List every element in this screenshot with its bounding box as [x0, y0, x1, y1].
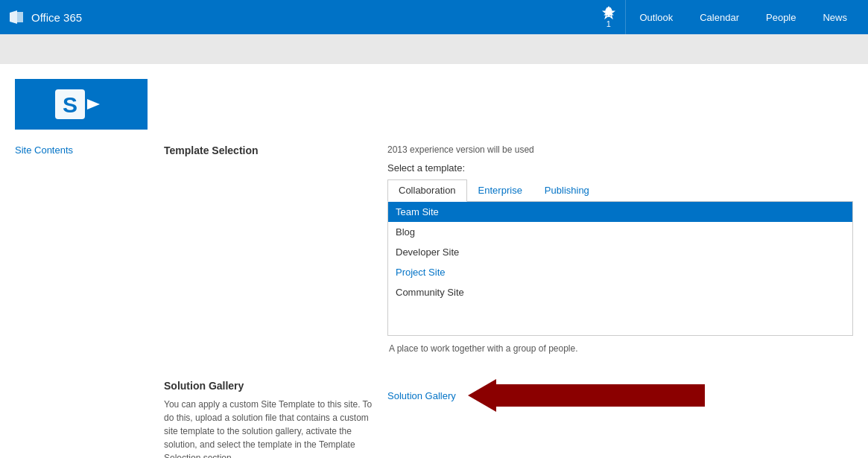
- solution-gallery-section: Solution Gallery You can apply a custom …: [164, 380, 373, 458]
- tab-collaboration[interactable]: Collaboration: [387, 179, 467, 202]
- solution-gallery-link[interactable]: Solution Gallery: [387, 390, 456, 401]
- content-layout: Site Contents Template Selection Solutio…: [0, 144, 868, 458]
- left-sidebar: Site Contents: [15, 144, 149, 458]
- select-template-label: Select a template:: [387, 162, 853, 174]
- top-nav: Outlook Calendar People News: [626, 0, 861, 34]
- template-team-site[interactable]: Team Site: [388, 202, 852, 222]
- alert-icon: [602, 6, 615, 19]
- svg-text:S: S: [63, 92, 77, 117]
- tab-enterprise[interactable]: Enterprise: [467, 179, 533, 201]
- brand-title: Office 365: [31, 11, 82, 24]
- svg-rect-2: [17, 12, 23, 22]
- sp-logo-box: S: [15, 79, 148, 130]
- subbar: [0, 34, 868, 64]
- template-community-site[interactable]: Community Site: [388, 282, 852, 302]
- solution-gallery-link-area: Solution Gallery: [387, 379, 853, 412]
- alert-count: 1: [606, 19, 611, 28]
- tab-publishing[interactable]: Publishing: [533, 179, 601, 201]
- sp-logo-area: S: [0, 79, 868, 144]
- nav-people[interactable]: People: [753, 0, 809, 34]
- template-selection-title: Template Selection: [164, 144, 373, 156]
- nav-news[interactable]: News: [809, 0, 861, 34]
- svg-marker-1: [10, 10, 17, 24]
- brand-logo[interactable]: Office 365: [7, 8, 82, 26]
- version-notice: 2013 experience version will be used: [387, 144, 853, 155]
- nav-calendar[interactable]: Calendar: [686, 0, 753, 34]
- nav-outlook[interactable]: Outlook: [626, 0, 686, 34]
- sharepoint-logo-icon: S: [51, 86, 111, 123]
- template-blog[interactable]: Blog: [388, 222, 852, 242]
- template-developer-site[interactable]: Developer Site: [388, 242, 852, 262]
- svg-marker-5: [87, 99, 100, 109]
- office-logo-icon: [7, 8, 25, 26]
- solution-gallery-title: Solution Gallery: [164, 380, 373, 392]
- alert-button[interactable]: 1: [592, 0, 626, 34]
- main-content: S Site Contents Template Selection Solut…: [0, 64, 868, 458]
- arrow-container: [468, 379, 705, 412]
- topbar: Office 365 1 Outlook Calendar People New…: [0, 0, 868, 34]
- site-contents-link[interactable]: Site Contents: [15, 144, 73, 156]
- arrow-shaft-icon: [496, 384, 705, 407]
- arrow-graphic: [468, 379, 705, 412]
- arrow-head-icon: [468, 379, 496, 412]
- template-list: Team Site Blog Developer Site Project Si…: [387, 202, 853, 336]
- template-description: A place to work together with a group of…: [387, 340, 853, 357]
- tabs-container: Collaboration Enterprise Publishing: [387, 179, 853, 202]
- middle-section: Template Selection Solution Gallery You …: [164, 144, 373, 458]
- template-project-site[interactable]: Project Site: [388, 262, 852, 282]
- solution-gallery-text: You can apply a custom Site Template to …: [164, 398, 373, 458]
- right-section: 2013 experience version will be used Sel…: [387, 144, 853, 458]
